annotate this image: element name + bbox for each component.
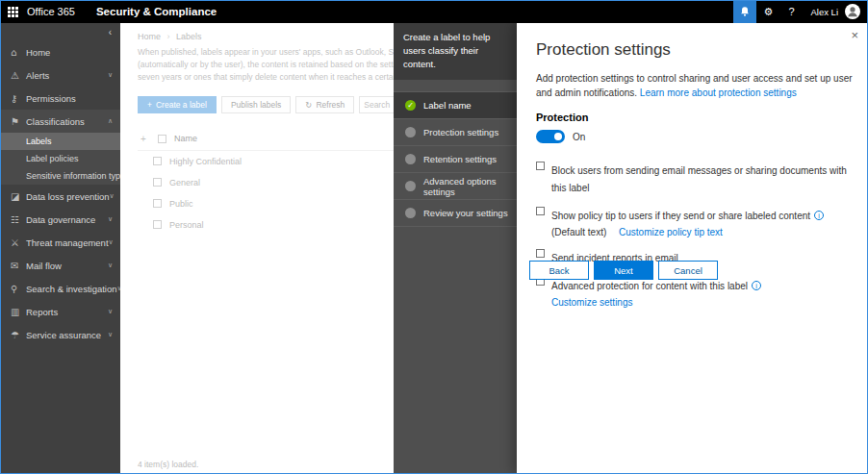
notifications-button[interactable] bbox=[733, 0, 756, 23]
sidebar-item-service-assurance[interactable]: ☂ Service assurance ∨ bbox=[0, 323, 120, 346]
protection-toggle[interactable] bbox=[536, 130, 565, 143]
block-users-checkbox[interactable] bbox=[536, 162, 545, 170]
name-column-header[interactable]: Name bbox=[174, 134, 197, 143]
incident-reports-checkbox[interactable] bbox=[536, 249, 545, 258]
chevron-down-icon: ∨ bbox=[108, 215, 113, 223]
help-button[interactable]: ? bbox=[779, 0, 803, 23]
settings-button[interactable]: ⚙ bbox=[756, 0, 779, 23]
breadcrumb-separator-icon: › bbox=[167, 32, 170, 41]
row-checkbox[interactable] bbox=[153, 199, 162, 208]
step-label: Retention settings bbox=[423, 154, 497, 164]
wizard-step-protection-settings[interactable]: Protection settings bbox=[394, 119, 517, 146]
row-checkbox[interactable] bbox=[153, 220, 162, 229]
collapse-nav-icon[interactable]: ‹ bbox=[109, 27, 112, 37]
plus-icon: + bbox=[147, 100, 152, 110]
create-label-button[interactable]: + Create a label bbox=[138, 96, 217, 113]
threat-management-icon: ⚔ bbox=[11, 237, 26, 248]
option-label: Show policy tip to users if they send or… bbox=[551, 211, 810, 221]
learn-more-protection-link[interactable]: Learn more about protection settings bbox=[640, 87, 797, 98]
protection-settings-panel: × Protection settings Add protection set… bbox=[517, 23, 868, 474]
sidebar-item-home[interactable]: ⌂ Home bbox=[0, 40, 120, 63]
panel-title: Protection settings bbox=[536, 40, 849, 60]
wizard-step-advanced-options-settings[interactable]: Advanced options settings bbox=[394, 173, 517, 200]
sidebar-item-label: Threat management bbox=[26, 237, 109, 248]
app-title: Security & Compliance bbox=[96, 6, 217, 17]
avatar[interactable] bbox=[845, 4, 860, 19]
office-365-brand[interactable]: Office 365 bbox=[27, 6, 75, 17]
sidebar-item-reports[interactable]: ▥ Reports ∨ bbox=[0, 300, 120, 323]
sidebar-item-data-loss-prevention[interactable]: ◪ Data loss prevention ∨ bbox=[0, 185, 120, 208]
sidebar-item-label-policies[interactable]: Label policies bbox=[0, 150, 120, 167]
customize-policy-tip-link[interactable]: Customize policy tip text bbox=[619, 227, 723, 237]
publish-labels-button[interactable]: Publish labels bbox=[221, 96, 291, 113]
advanced-protection-sub: Customize settings bbox=[551, 297, 761, 308]
search-investigation-icon: ⚲ bbox=[11, 284, 26, 294]
back-button[interactable]: Back bbox=[529, 261, 589, 280]
sidebar-item-threat-management[interactable]: ⚔ Threat management ∨ bbox=[0, 231, 120, 254]
sidebar-subitem-label: Labels bbox=[26, 137, 52, 146]
row-checkbox[interactable] bbox=[153, 157, 162, 165]
step-label: Advanced options settings bbox=[423, 176, 517, 197]
sidebar-item-label: Home bbox=[26, 47, 50, 58]
sidebar-item-mail-flow[interactable]: ✉ Mail flow ∨ bbox=[0, 254, 120, 277]
home-icon: ⌂ bbox=[11, 47, 26, 58]
default-text-label: (Default text) bbox=[551, 227, 606, 237]
check-icon: ✓ bbox=[407, 102, 414, 110]
permissions-icon: ⚷ bbox=[11, 93, 26, 104]
sidebar-item-classifications[interactable]: ⚑ Classifications ∧ bbox=[0, 110, 120, 133]
service-assurance-icon: ☂ bbox=[11, 330, 26, 340]
wizard-steps: ✓ Label name Protection settings Retenti… bbox=[394, 91, 517, 227]
breadcrumb-current: Labels bbox=[176, 32, 202, 41]
label-name: General bbox=[169, 178, 200, 187]
wizard-step-review-your-settings[interactable]: Review your settings bbox=[394, 200, 517, 227]
sidebar-item-alerts[interactable]: ⚠ Alerts ∨ bbox=[0, 63, 120, 87]
app-launcher-button[interactable] bbox=[0, 0, 25, 23]
chevron-down-icon: ∨ bbox=[108, 262, 113, 269]
option-label: Advanced protection for content with thi… bbox=[551, 281, 748, 291]
sidebar-item-data-governance[interactable]: ☷ Data governance ∨ bbox=[0, 208, 120, 231]
toggle-state-label: On bbox=[573, 132, 585, 142]
sidebar-item-label: Data governance bbox=[26, 214, 95, 225]
sidebar-item-label: Reports bbox=[26, 307, 58, 317]
info-icon[interactable] bbox=[814, 211, 824, 220]
customize-settings-link[interactable]: Customize settings bbox=[551, 297, 632, 308]
mail-flow-icon: ✉ bbox=[11, 261, 26, 271]
expand-plus-icon[interactable]: + bbox=[140, 134, 150, 144]
sidebar-item-label: Classifications bbox=[26, 116, 85, 127]
step-pending-icon bbox=[405, 127, 416, 137]
policy-tip-checkbox[interactable] bbox=[536, 207, 545, 215]
sidebar-item-sensitive-information-types[interactable]: Sensitive information types bbox=[0, 167, 120, 185]
sidebar-item-labels[interactable]: Labels bbox=[0, 133, 120, 150]
nav-collapse-row: ‹ bbox=[0, 23, 120, 40]
info-icon[interactable] bbox=[752, 281, 761, 290]
next-button[interactable]: Next bbox=[594, 261, 653, 280]
publish-labels-button-label: Publish labels bbox=[231, 100, 281, 110]
close-icon[interactable]: × bbox=[851, 29, 858, 41]
alerts-icon: ⚠ bbox=[11, 70, 26, 81]
wizard-step-label-name[interactable]: ✓ Label name bbox=[394, 92, 517, 119]
bell-icon bbox=[739, 6, 751, 17]
label-name: Highly Confidential bbox=[169, 157, 242, 166]
protection-heading: Protection bbox=[536, 112, 849, 123]
user-name[interactable]: Alex Li bbox=[810, 7, 838, 17]
help-icon: ? bbox=[788, 6, 794, 17]
breadcrumb-home[interactable]: Home bbox=[138, 32, 161, 41]
step-pending-icon bbox=[405, 181, 416, 191]
chevron-down-icon: ∨ bbox=[108, 331, 113, 338]
cancel-button[interactable]: Cancel bbox=[658, 261, 718, 280]
wizard-step-retention-settings[interactable]: Retention settings bbox=[394, 146, 517, 173]
option-label: Block users from sending email messages … bbox=[551, 165, 847, 193]
select-all-checkbox[interactable] bbox=[158, 135, 166, 143]
step-pending-icon bbox=[405, 154, 416, 164]
sidebar-item-permissions[interactable]: ⚷ Permissions bbox=[0, 87, 120, 110]
sidebar-item-search-investigation[interactable]: ⚲ Search & investigation ∨ bbox=[0, 277, 120, 300]
office-suite-bar: Office 365 Security & Compliance ⚙ ? Ale… bbox=[0, 0, 868, 23]
reports-icon: ▥ bbox=[11, 307, 26, 317]
gear-icon: ⚙ bbox=[764, 6, 774, 18]
sidebar-item-label: Permissions bbox=[26, 93, 76, 104]
option-policy-tip: Show policy tip to users if they send or… bbox=[536, 206, 849, 237]
refresh-button[interactable]: ↻ Refresh bbox=[295, 96, 354, 113]
step-label: Review your settings bbox=[423, 208, 508, 218]
row-checkbox[interactable] bbox=[153, 178, 162, 187]
option-block-users: Block users from sending email messages … bbox=[536, 161, 849, 195]
